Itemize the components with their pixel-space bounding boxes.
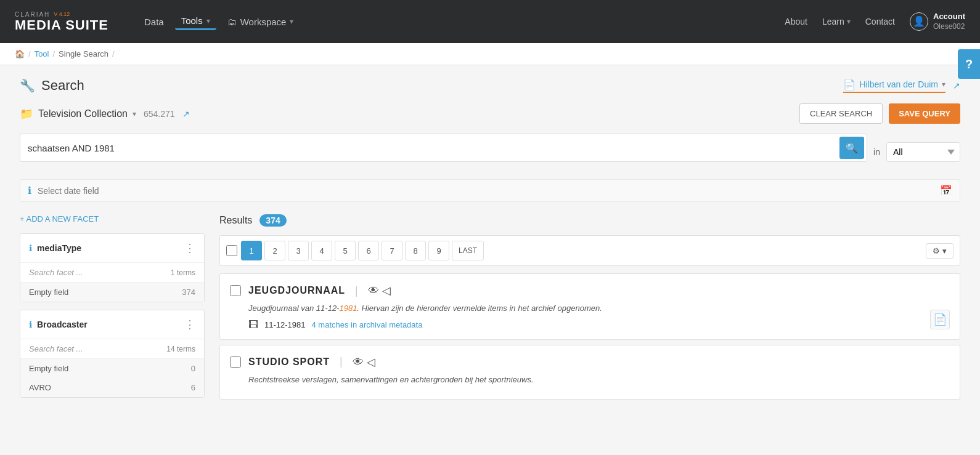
facet-broadcaster-search-placeholder: Search facet ... [29,344,83,353]
results-panel: Results 374 1 2 3 4 5 6 7 8 9 [219,214,960,405]
facet-broadcaster-item-1[interactable]: AVRO 6 [20,378,204,397]
learn-chevron-icon: ▾ [847,17,851,26]
result-divider-0: | [355,284,358,297]
facet-mediatype-search-placeholder: Search facet ... [29,268,83,277]
facet-mediatype-item-label-0: Empty field [29,288,68,297]
page-btn-2[interactable]: 2 [264,241,285,260]
page-last-button[interactable]: LAST [452,241,484,260]
logo: CLARIAH V 4.12 MEDIA SUITE [15,12,108,32]
pagination: 1 2 3 4 5 6 7 8 9 LAST [241,241,484,260]
facet-mediatype: ℹ mediaType ⋮ Search facet ... 1 terms E… [20,233,205,302]
nav-learn[interactable]: Learn ▾ [822,17,851,26]
search-title-block: 🔧 Search [20,78,84,94]
top-navigation: CLARIAH V 4.12 MEDIA SUITE Data Tools ▾ … [0,0,980,43]
page-btn-9[interactable]: 9 [428,241,449,260]
facet-mediatype-menu-icon[interactable]: ⋮ [184,241,195,255]
content-area: + ADD A NEW FACET ℹ mediaType ⋮ Search f… [20,214,960,405]
facet-broadcaster-header: ℹ Broadcaster ⋮ [20,310,204,339]
facet-broadcaster-terms-count: 14 terms [166,345,195,353]
logo-mediasuite: MEDIA SUITE [15,18,108,32]
result-checkbox-1[interactable] [230,356,241,368]
results-label: Results [219,215,252,226]
main-content: 🔧 Search 📄 Hilbert van der Duim ▾ ↗ 📁 Te… [0,65,980,455]
collection-bar: 📁 Television Collection ▾ 654.271 ↗ CLEA… [20,103,960,124]
results-header: Results 374 [219,214,960,227]
facet-broadcaster-item-0[interactable]: Empty field 0 [20,359,204,378]
query-name: Hilbert van der Duim [859,79,938,89]
select-all-checkbox[interactable] [226,245,237,256]
nav-contact[interactable]: Contact [865,17,895,26]
search-input[interactable] [28,139,833,157]
query-chevron-icon: ▾ [942,80,945,89]
breadcrumb-single-search: Single Search [59,49,108,58]
breadcrumb-sep-2: / [52,49,55,58]
breadcrumb-sep-1: / [28,49,31,58]
facet-mediatype-terms-count: 1 terms [171,268,195,277]
nav-tools[interactable]: Tools ▾ [175,13,216,30]
breadcrumb-home[interactable]: 🏠 [15,49,25,58]
collection-count: 654.271 [144,109,175,119]
search-header: 🔧 Search 📄 Hilbert van der Duim ▾ ↗ [20,78,960,94]
clear-search-button[interactable]: CLEAR SEARCH [799,103,883,124]
collection-external-link-icon[interactable]: ↗ [182,109,190,119]
page-btn-4[interactable]: 4 [311,241,332,260]
nav-right: About Learn ▾ Contact 👤 Account Olese002 [785,12,965,31]
nav-about[interactable]: About [785,17,807,26]
account-icon: 👤 [910,12,928,31]
account-label: Account [933,12,965,22]
add-facet-button[interactable]: + ADD A NEW FACET [20,214,205,223]
breadcrumb-tool[interactable]: Tool [35,49,49,58]
settings-gear-icon: ⚙ [933,246,940,256]
facet-mediatype-item-0[interactable]: Empty field 374 [20,283,204,302]
date-calendar-icon[interactable]: 📅 [940,185,952,196]
account-block[interactable]: 👤 Account Olese002 [910,12,965,31]
result-doc-button-0[interactable]: 📄 [930,310,950,329]
facet-mediatype-item-count-0: 374 [182,288,195,297]
facet-broadcaster-menu-icon[interactable]: ⋮ [184,318,195,331]
page-btn-7[interactable]: 7 [382,241,402,260]
result-date-0: 11-12-1981 [264,320,306,329]
facet-broadcaster-search-row: Search facet ... 14 terms [20,339,204,359]
date-info-icon: ℹ [28,185,31,196]
page-btn-3[interactable]: 3 [288,241,309,260]
facet-broadcaster-item-label-1: AVRO [29,383,51,392]
facet-broadcaster-item-count-0: 0 [191,364,195,373]
facet-mediatype-info-icon[interactable]: ℹ [29,243,32,253]
result-matches-0: 4 matches in archival metadata [312,320,423,329]
query-doc-icon: 📄 [843,79,855,91]
save-query-button[interactable]: SAVE QUERY [889,103,960,124]
collection-selector[interactable]: 📁 Television Collection ▾ [20,107,136,121]
workspace-folder-icon: 🗂 [227,17,237,27]
page-btn-8[interactable]: 8 [405,241,426,260]
result-meta-0: 🎞 11-12-1981 4 matches in archival metad… [248,320,950,331]
collection-name: Television Collection [38,108,128,119]
search-bar: 🔍 [20,134,867,162]
facet-broadcaster-info-icon[interactable]: ℹ [29,320,32,329]
result-highlight-date-0: 1981 [339,304,357,313]
page-btn-6[interactable]: 6 [358,241,379,260]
search-button[interactable]: 🔍 [839,137,864,159]
external-link-icon[interactable]: ↗ [953,81,960,91]
facet-broadcaster-name: Broadcaster [37,320,179,329]
result-eye-icon-1[interactable]: 👁 ◁ [353,355,375,369]
help-button[interactable]: ? [958,49,980,79]
result-eye-icon-0[interactable]: 👁 ◁ [368,284,391,297]
search-in-label: in [873,147,880,157]
facets-panel: + ADD A NEW FACET ℹ mediaType ⋮ Search f… [20,214,205,405]
nav-workspace[interactable]: 🗂 Workspace ▾ [221,14,300,30]
search-in-select[interactable]: All [886,142,960,162]
collection-folder-icon: 📁 [20,107,33,121]
result-desc-0: Jeugdjournaal van 11-12-1981. Hiervan zi… [248,302,950,315]
page-btn-1[interactable]: 1 [241,241,262,260]
facet-mediatype-name: mediaType [37,243,179,253]
logo-clariah: CLARIAH [15,12,50,18]
nav-data[interactable]: Data [138,14,170,30]
breadcrumb-sep-3: / [112,49,115,58]
query-selector[interactable]: 📄 Hilbert van der Duim ▾ [843,79,945,93]
date-field-input[interactable] [38,186,934,196]
page-btn-5[interactable]: 5 [335,241,356,260]
search-header-right: 📄 Hilbert van der Duim ▾ ↗ [843,79,960,93]
result-item-1-header: STUDIO SPORT | 👁 ◁ [230,355,950,369]
display-settings-button[interactable]: ⚙ ▾ [926,243,953,259]
result-checkbox-0[interactable] [230,285,241,296]
